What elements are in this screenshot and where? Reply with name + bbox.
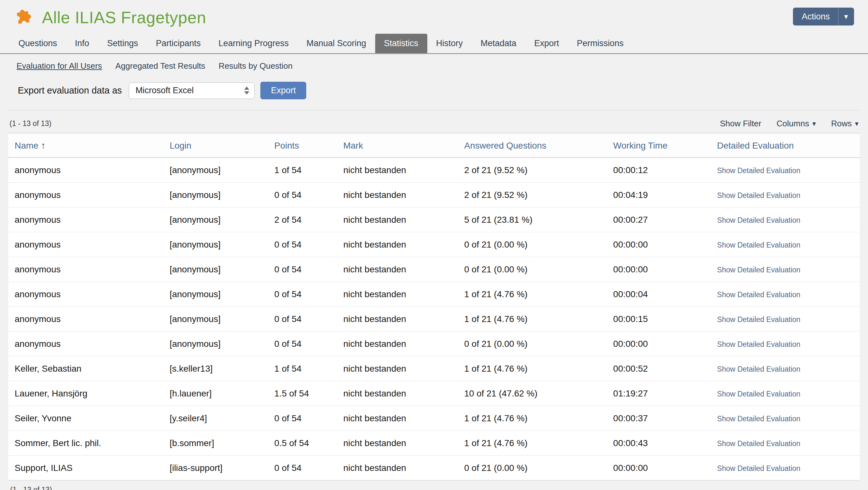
title-wrap: Alle ILIAS Fragetypen bbox=[13, 7, 206, 28]
actions-button[interactable]: Actions ▾ bbox=[793, 8, 854, 25]
column-header-name[interactable]: Name↑ bbox=[8, 133, 163, 157]
show-detailed-evaluation-link[interactable]: Show Detailed Evaluation bbox=[717, 290, 800, 299]
column-header-working-time[interactable]: Working Time bbox=[607, 133, 711, 157]
show-detailed-evaluation-link[interactable]: Show Detailed Evaluation bbox=[717, 439, 800, 448]
tab-settings[interactable]: Settings bbox=[98, 34, 147, 53]
tab-statistics[interactable]: Statistics bbox=[375, 34, 427, 53]
tab-history[interactable]: History bbox=[427, 34, 472, 53]
export-panel: Export evaluation data as Microsoft Exce… bbox=[0, 74, 868, 110]
cell-points: 0 of 54 bbox=[268, 282, 337, 307]
cell-mark: nicht bestanden bbox=[337, 406, 458, 431]
cell-mark: nicht bestanden bbox=[337, 157, 458, 183]
tab-participants[interactable]: Participants bbox=[147, 34, 210, 53]
puzzle-piece-icon bbox=[11, 5, 35, 30]
export-format-select[interactable]: Microsoft Excel bbox=[129, 82, 255, 99]
cell-answered-questions: 2 of 21 (9.52 %) bbox=[458, 157, 607, 183]
cell-points: 0 of 54 bbox=[268, 456, 337, 481]
columns-dropdown[interactable]: Columns ▾ bbox=[776, 119, 816, 128]
cell-answered-questions: 0 of 21 (0.00 %) bbox=[458, 456, 607, 481]
table-row: Lauener, Hansjörg[h.lauener]1.5 of 54nic… bbox=[8, 381, 860, 406]
tab-metadata[interactable]: Metadata bbox=[472, 34, 526, 53]
table-row: anonymous[anonymous]0 of 54nicht bestand… bbox=[8, 232, 860, 257]
cell-points: 1.5 of 54 bbox=[268, 381, 337, 406]
show-detailed-evaluation-link[interactable]: Show Detailed Evaluation bbox=[717, 464, 800, 472]
show-detailed-evaluation-link[interactable]: Show Detailed Evaluation bbox=[717, 241, 800, 249]
table-row: anonymous[anonymous]1 of 54nicht bestand… bbox=[8, 157, 860, 183]
column-header-login[interactable]: Login bbox=[163, 133, 268, 157]
tab-info[interactable]: Info bbox=[66, 34, 98, 53]
cell-name: anonymous bbox=[8, 282, 163, 307]
show-detailed-evaluation-link[interactable]: Show Detailed Evaluation bbox=[717, 191, 800, 200]
cell-name: anonymous bbox=[8, 183, 163, 207]
rows-dropdown[interactable]: Rows ▾ bbox=[831, 119, 859, 128]
table-toolbar-right: Show Filter Columns ▾ Rows ▾ bbox=[720, 119, 859, 128]
cell-working-time: 00:00:00 bbox=[607, 257, 711, 282]
cell-mark: nicht bestanden bbox=[337, 257, 458, 282]
table-row: anonymous[anonymous]0 of 54nicht bestand… bbox=[8, 183, 860, 207]
show-detailed-evaluation-link[interactable]: Show Detailed Evaluation bbox=[717, 365, 800, 373]
cell-points: 1 of 54 bbox=[268, 356, 337, 381]
column-header-mark[interactable]: Mark bbox=[337, 133, 458, 157]
page-header: Alle ILIAS Fragetypen Actions ▾ bbox=[0, 0, 868, 29]
cell-working-time: 00:00:52 bbox=[607, 356, 711, 381]
cell-mark: nicht bestanden bbox=[337, 431, 458, 456]
table-row: Sommer, Bert lic. phil.[b.sommer]0.5 of … bbox=[8, 431, 860, 456]
results-table: Name↑ Login Points Mark Answered Questio… bbox=[8, 133, 860, 480]
column-header-answered-questions[interactable]: Answered Questions bbox=[458, 133, 607, 157]
cell-points: 0 of 54 bbox=[268, 257, 337, 282]
cell-answered-questions: 1 of 21 (4.76 %) bbox=[458, 282, 607, 307]
cell-answered-questions: 0 of 21 (0.00 %) bbox=[458, 232, 607, 257]
subtab-evaluation-for-all-users[interactable]: Evaluation for All Users bbox=[17, 61, 102, 71]
ilias-statistics-page: Alle ILIAS Fragetypen Actions ▾ Question… bbox=[0, 0, 868, 490]
tab-export[interactable]: Export bbox=[525, 34, 568, 53]
cell-login: [anonymous] bbox=[163, 332, 268, 356]
cell-working-time: 00:00:15 bbox=[607, 307, 711, 332]
cell-detailed-evaluation: Show Detailed Evaluation bbox=[711, 282, 860, 307]
cell-detailed-evaluation: Show Detailed Evaluation bbox=[711, 183, 860, 207]
show-detailed-evaluation-link[interactable]: Show Detailed Evaluation bbox=[717, 166, 800, 175]
sort-ascending-icon: ↑ bbox=[41, 140, 46, 150]
column-header-points[interactable]: Points bbox=[268, 133, 337, 157]
export-button[interactable]: Export bbox=[260, 82, 306, 99]
export-format-selected-value: Microsoft Excel bbox=[135, 86, 194, 95]
cell-points: 1 of 54 bbox=[268, 157, 337, 183]
cell-working-time: 01:19:27 bbox=[607, 381, 711, 406]
subtab-aggregated-test-results[interactable]: Aggregated Test Results bbox=[116, 61, 206, 71]
show-detailed-evaluation-link[interactable]: Show Detailed Evaluation bbox=[717, 340, 800, 348]
cell-points: 0.5 of 54 bbox=[268, 431, 337, 456]
table-row: Support, ILIAS[ilias-support]0 of 54nich… bbox=[8, 456, 860, 481]
cell-login: [anonymous] bbox=[163, 207, 268, 232]
select-stepper-icon bbox=[243, 86, 251, 95]
show-detailed-evaluation-link[interactable]: Show Detailed Evaluation bbox=[717, 216, 800, 224]
cell-mark: nicht bestanden bbox=[337, 332, 458, 356]
table-header-row: Name↑ Login Points Mark Answered Questio… bbox=[8, 133, 860, 157]
cell-working-time: 00:00:00 bbox=[607, 456, 711, 481]
show-filter-link[interactable]: Show Filter bbox=[720, 119, 761, 128]
cell-points: 2 of 54 bbox=[268, 207, 337, 232]
cell-working-time: 00:00:37 bbox=[607, 406, 711, 431]
show-detailed-evaluation-link[interactable]: Show Detailed Evaluation bbox=[717, 414, 800, 423]
tab-learning-progress[interactable]: Learning Progress bbox=[210, 34, 298, 53]
subtab-results-by-question[interactable]: Results by Question bbox=[219, 61, 293, 71]
table-row: anonymous[anonymous]0 of 54nicht bestand… bbox=[8, 332, 860, 356]
cell-login: [anonymous] bbox=[163, 157, 268, 183]
cell-answered-questions: 1 of 21 (4.76 %) bbox=[458, 307, 607, 332]
show-detailed-evaluation-link[interactable]: Show Detailed Evaluation bbox=[717, 315, 800, 324]
cell-mark: nicht bestanden bbox=[337, 232, 458, 257]
cell-mark: nicht bestanden bbox=[337, 381, 458, 406]
cell-login: [s.keller13] bbox=[163, 356, 268, 381]
cell-login: [anonymous] bbox=[163, 257, 268, 282]
table-row: anonymous[anonymous]0 of 54nicht bestand… bbox=[8, 282, 860, 307]
cell-name: Sommer, Bert lic. phil. bbox=[8, 431, 163, 456]
show-detailed-evaluation-link[interactable]: Show Detailed Evaluation bbox=[717, 266, 800, 274]
tab-manual-scoring[interactable]: Manual Scoring bbox=[298, 34, 375, 53]
tab-questions[interactable]: Questions bbox=[9, 34, 66, 53]
cell-detailed-evaluation: Show Detailed Evaluation bbox=[711, 307, 860, 332]
tab-permissions[interactable]: Permissions bbox=[568, 34, 632, 53]
cell-login: [h.lauener] bbox=[163, 381, 268, 406]
show-detailed-evaluation-link[interactable]: Show Detailed Evaluation bbox=[717, 390, 800, 398]
tab-bar: QuestionsInfoSettingsParticipantsLearnin… bbox=[0, 34, 868, 54]
cell-name: anonymous bbox=[8, 332, 163, 356]
table-footer: (1 - 13 of 13) bbox=[8, 481, 860, 490]
table-row: Keller, Sebastian[s.keller13]1 of 54nich… bbox=[8, 356, 860, 381]
